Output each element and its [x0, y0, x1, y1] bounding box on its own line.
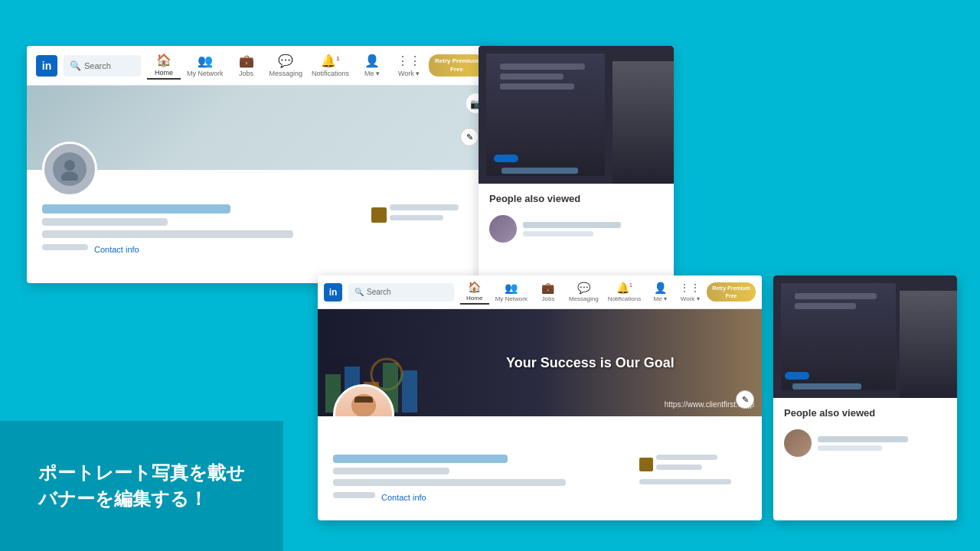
search-placeholder: Search: [84, 61, 111, 70]
browser-window-after: in 🔍 Search 🏠 Home 👥 My Network 💼 Jobs 💬…: [318, 276, 762, 520]
messaging-label: Messaging: [270, 70, 303, 77]
ad-bottom-line: [501, 168, 578, 174]
search-placeholder-2: Search: [367, 288, 391, 296]
ad-line-1: [500, 64, 585, 70]
banner-overlay-text: Your Success is Our Goal: [506, 355, 675, 371]
profile-info-before: Contact info ✎: [27, 170, 494, 264]
people-also-viewed-section-2: People also viewed: [773, 398, 957, 469]
messaging-icon-2: 💬: [577, 282, 590, 294]
bottom-text-content: ポートレート写真を載せ バナーを編集する！: [38, 460, 245, 511]
nav-notifications[interactable]: 🔔1 Notifications: [309, 52, 352, 79]
contact-info-link-2[interactable]: Contact info: [381, 493, 426, 502]
profile-banner-after: Your Success is Our Goal https://www.cli…: [318, 309, 762, 416]
nav-jobs-2[interactable]: 💼 Jobs: [534, 280, 563, 304]
nav-me-2[interactable]: 👤 Me ▾: [647, 280, 673, 304]
ad-line-3: [500, 83, 574, 90]
ad-person-image: [612, 61, 674, 184]
jobs-icon-2: 💼: [541, 282, 554, 294]
network-label: My Network: [187, 70, 224, 77]
nav-me[interactable]: 👤 Me ▾: [355, 52, 389, 79]
jobs-label: Jobs: [239, 70, 253, 77]
notifications-icon-2: 🔔1: [616, 282, 632, 294]
person-name-shimmer-2: [818, 436, 908, 442]
title-shimmer-2: [333, 468, 449, 474]
svg-point-1: [61, 171, 78, 181]
person-info-2: [818, 436, 946, 451]
person-row-1[interactable]: [489, 212, 663, 246]
profile-banner-before: 📷: [27, 86, 494, 170]
ad-line-after-2: [795, 303, 856, 309]
network-icon: 👥: [198, 54, 213, 68]
bottom-text-box: ポートレート写真を載せ バナーを編集する！: [0, 421, 283, 551]
home-label: Home: [155, 69, 173, 77]
work-label-2: Work ▾: [681, 295, 700, 302]
sidebar-before: People also viewed: [479, 46, 674, 283]
navbar-before: in 🔍 Search 🏠 Home 👥 My Network 💼 Jobs 💬…: [27, 46, 494, 86]
ad-cta-button[interactable]: [494, 155, 518, 162]
notifications-label-2: Notifications: [608, 295, 642, 302]
nav-items-before: 🏠 Home 👥 My Network 💼 Jobs 💬 Messaging 🔔…: [147, 51, 485, 80]
network-label-2: My Network: [495, 295, 528, 302]
person-sub-shimmer-2: [818, 445, 882, 451]
person-row-2[interactable]: [784, 426, 946, 460]
nav-notifications-2[interactable]: 🔔1 Notifications: [605, 280, 645, 304]
nav-work-2[interactable]: ⋮⋮ Work ▾: [676, 280, 704, 304]
home-label-2: Home: [466, 295, 482, 302]
edit-profile-icon[interactable]: ✎: [460, 128, 479, 146]
me-icon-2: 👤: [654, 282, 667, 294]
ad-line-after-1: [795, 293, 877, 299]
ad-image-before: [479, 46, 674, 184]
profile-avatar-before: [42, 142, 97, 197]
home-icon: 🏠: [156, 53, 172, 67]
premium-button-after[interactable]: Retry PremiumFree: [707, 282, 756, 301]
person-info-1: [523, 222, 663, 236]
search-bar-after[interactable]: 🔍 Search: [348, 283, 454, 302]
subtitle-shimmer-2: [333, 479, 566, 486]
bottom-text-line1: ポートレート写真を載せ: [38, 462, 245, 483]
avatar-placeholder: [53, 152, 87, 186]
network-icon-2: 👥: [505, 282, 518, 294]
nav-jobs[interactable]: 💼 Jobs: [230, 52, 263, 79]
nav-network[interactable]: 👥 My Network: [184, 52, 227, 79]
ad-card-before: [479, 46, 674, 184]
nav-messaging[interactable]: 💬 Messaging: [266, 52, 306, 79]
nav-messaging-2[interactable]: 💬 Messaging: [566, 280, 602, 304]
ad-bottom-line-2: [792, 383, 861, 390]
notifications-icon: 🔔1: [321, 54, 339, 68]
nav-work[interactable]: ⋮⋮ Work ▾: [392, 52, 426, 79]
search-bar-before[interactable]: 🔍 Search: [64, 55, 141, 77]
profile-info-after: Contact info: [318, 416, 762, 512]
ad-card-after: [773, 276, 957, 398]
person-avatar-2: [784, 429, 812, 457]
messaging-icon: 💬: [278, 54, 293, 68]
name-shimmer-2: [333, 455, 508, 463]
edit-banner-icon[interactable]: ✎: [736, 390, 754, 409]
stat-shimmer-2: [333, 492, 375, 498]
search-icon: 🔍: [70, 60, 81, 71]
linkedin-logo-2: in: [324, 283, 342, 302]
notifications-label: Notifications: [312, 70, 349, 77]
nav-home-2[interactable]: 🏠 Home: [460, 279, 489, 305]
subtitle-shimmer: [42, 230, 293, 238]
nav-network-2[interactable]: 👥 My Network: [492, 280, 531, 304]
company-sub-shimmer: [390, 215, 443, 220]
jobs-label-2: Jobs: [541, 295, 554, 302]
premium-button-before[interactable]: Retry PremiumFree: [429, 54, 485, 77]
svg-rect-6: [402, 370, 417, 412]
browser-window-before: in 🔍 Search 🏠 Home 👥 My Network 💼 Jobs 💬…: [27, 46, 494, 283]
ad-cta-button-2[interactable]: [785, 372, 809, 380]
title-shimmer: [42, 218, 168, 226]
bottom-text-line2: バナーを編集する！: [38, 488, 207, 509]
company-shimmer: [390, 204, 459, 210]
people-viewed-title-1: People also viewed: [489, 193, 663, 204]
search-icon-2: 🔍: [354, 288, 364, 296]
jobs-icon: 💼: [239, 54, 254, 68]
contact-info-link[interactable]: Contact info: [94, 245, 139, 254]
home-icon-2: 🏠: [468, 281, 481, 293]
company-logo-shimmer-2: [639, 458, 653, 471]
person-name-shimmer-1: [523, 222, 621, 228]
nav-home[interactable]: 🏠 Home: [147, 51, 181, 80]
messaging-label-2: Messaging: [569, 295, 599, 302]
navbar-after: in 🔍 Search 🏠 Home 👥 My Network 💼 Jobs 💬…: [318, 276, 762, 309]
company-logo-shimmer: [371, 207, 387, 223]
